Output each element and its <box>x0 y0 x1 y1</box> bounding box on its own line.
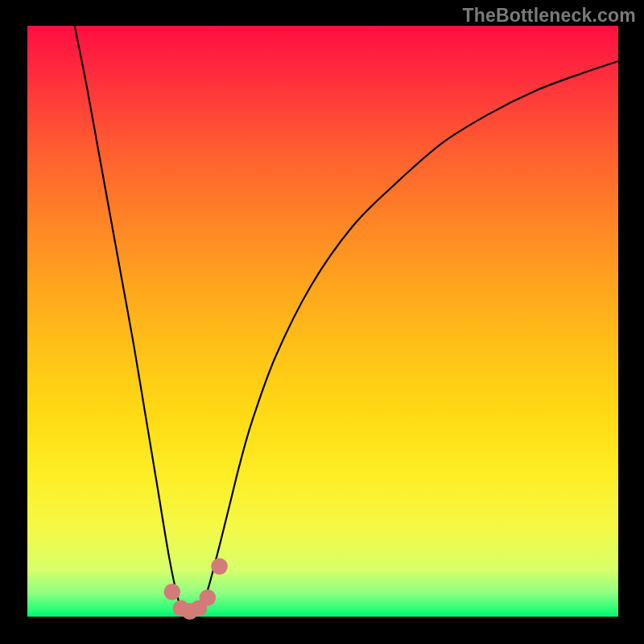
chart-frame: TheBottleneck.com <box>0 0 644 644</box>
curve-layer <box>27 26 618 617</box>
dot-left <box>164 584 181 601</box>
plot-area <box>27 26 618 617</box>
bottleneck-curve <box>75 26 618 616</box>
watermark-label: TheBottleneck.com <box>462 5 636 27</box>
dot-right-low <box>200 589 217 606</box>
marker-group <box>164 558 228 619</box>
dot-right-high <box>211 558 228 575</box>
